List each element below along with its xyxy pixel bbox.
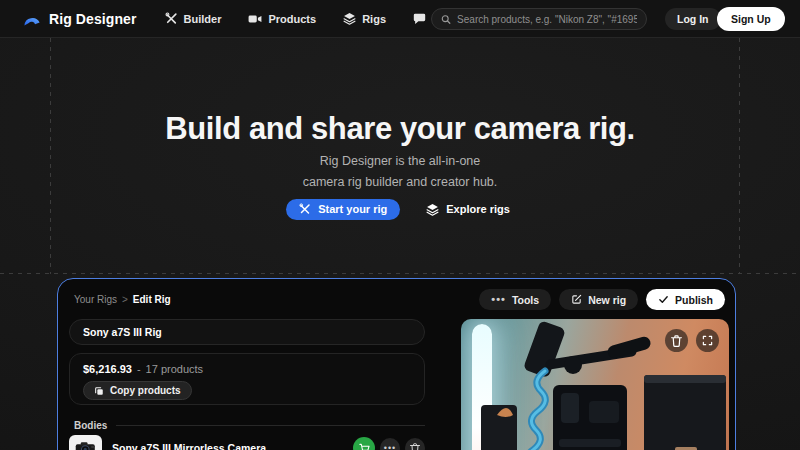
- section-divider: [116, 425, 425, 426]
- copy-products-label: Copy products: [110, 385, 181, 396]
- top-navbar: Rig Designer Builder Products Rigs: [0, 0, 800, 38]
- publish-label: Publish: [675, 294, 713, 306]
- dashed-guide-horizontal: [0, 273, 800, 274]
- edit-pencil-icon: [571, 294, 582, 305]
- delete-product-button[interactable]: [405, 438, 425, 450]
- camera-photo-icon: [75, 440, 97, 450]
- hero-cta-row: Start your rig Explore rigs: [0, 198, 800, 220]
- fullscreen-icon: [702, 335, 713, 346]
- photo-actions: [665, 329, 719, 352]
- search-box[interactable]: [431, 8, 647, 30]
- product-row-sony-a7s-iii[interactable]: Sony a7S III Mirrorless Camera •••: [69, 433, 425, 450]
- start-your-rig-button[interactable]: Start your rig: [286, 199, 400, 220]
- led-tube-light: [472, 324, 492, 450]
- summary-separator: -: [137, 363, 141, 375]
- nav-item-builder[interactable]: Builder: [165, 12, 222, 25]
- rig-total-price: $6,216.93: [83, 363, 132, 375]
- expand-photo-button[interactable]: [696, 329, 719, 352]
- hero-title: Build and share your camera rig.: [0, 111, 800, 147]
- trash-icon: [671, 335, 682, 347]
- hero-subtitle-line1: Rig Designer is the all-in-one: [320, 154, 481, 168]
- chat-icon: [413, 12, 426, 25]
- hero-subtitle: Rig Designer is the all-in-one camera ri…: [0, 151, 800, 193]
- product-row-actions: •••: [353, 437, 425, 450]
- tools-button[interactable]: ••• Tools: [479, 289, 551, 310]
- breadcrumb-your-rigs[interactable]: Your Rigs: [74, 294, 117, 305]
- tools-icon: [299, 203, 311, 215]
- search-icon: [441, 14, 451, 25]
- hero-subtitle-line2: camera rig builder and creator hub.: [303, 175, 498, 189]
- explore-rigs-label: Explore rigs: [446, 203, 510, 215]
- product-title: Sony a7S III Mirrorless Camera: [112, 442, 343, 450]
- new-rig-label: New rig: [588, 294, 626, 306]
- bodies-section-header: Bodies: [74, 420, 425, 431]
- more-options-button[interactable]: •••: [380, 438, 400, 450]
- nav-item-products[interactable]: Products: [248, 13, 316, 25]
- layers-icon: [426, 203, 439, 216]
- ellipsis-icon: •••: [384, 444, 396, 450]
- trash-icon: [410, 443, 420, 450]
- add-to-cart-button[interactable]: [353, 437, 375, 450]
- nav-item-rigs[interactable]: Rigs: [343, 12, 386, 25]
- new-rig-button[interactable]: New rig: [559, 289, 638, 310]
- publish-button[interactable]: Publish: [646, 289, 725, 310]
- log-in-button[interactable]: Log In: [665, 8, 721, 30]
- brand-logo[interactable]: Rig Designer: [22, 11, 137, 27]
- breadcrumb-separator: >: [122, 294, 128, 305]
- tools-label: Tools: [512, 294, 539, 306]
- start-your-rig-label: Start your rig: [318, 203, 387, 215]
- rig-designer-logo-icon: [22, 11, 42, 27]
- rig-product-count: 17 products: [146, 363, 203, 375]
- layers-icon: [343, 12, 356, 25]
- breadcrumb: Your Rigs > Edit Rig: [74, 294, 171, 305]
- check-icon: [658, 294, 669, 305]
- copy-products-button[interactable]: Copy products: [83, 381, 192, 400]
- nav-label: Products: [268, 13, 316, 25]
- rig-summary-box: $6,216.93 - 17 products Copy products: [69, 353, 425, 405]
- tools-icon: [165, 12, 178, 25]
- delete-photo-button[interactable]: [665, 329, 688, 352]
- breadcrumb-edit-rig: Edit Rig: [133, 294, 171, 305]
- sign-up-button[interactable]: Sign Up: [717, 7, 785, 31]
- ellipsis-icon: •••: [491, 294, 506, 305]
- nav-label: Rigs: [362, 13, 386, 25]
- brand-name: Rig Designer: [49, 11, 137, 27]
- rig-photo-panel: [461, 319, 729, 450]
- product-thumbnail: [69, 435, 102, 450]
- rig-name-input[interactable]: [69, 319, 425, 345]
- video-camera-icon: [248, 13, 262, 25]
- explore-rigs-button[interactable]: Explore rigs: [422, 199, 514, 220]
- bodies-section-label: Bodies: [74, 420, 107, 431]
- search-input[interactable]: [457, 14, 637, 25]
- copy-icon: [94, 386, 104, 396]
- nav-label: Builder: [184, 13, 222, 25]
- rig-summary-line: $6,216.93 - 17 products: [83, 363, 203, 375]
- editor-toolbar: ••• Tools New rig Publish: [479, 289, 725, 310]
- rig-editor-card: Your Rigs > Edit Rig ••• Tools New rig P…: [57, 278, 736, 450]
- cart-icon: [359, 443, 370, 450]
